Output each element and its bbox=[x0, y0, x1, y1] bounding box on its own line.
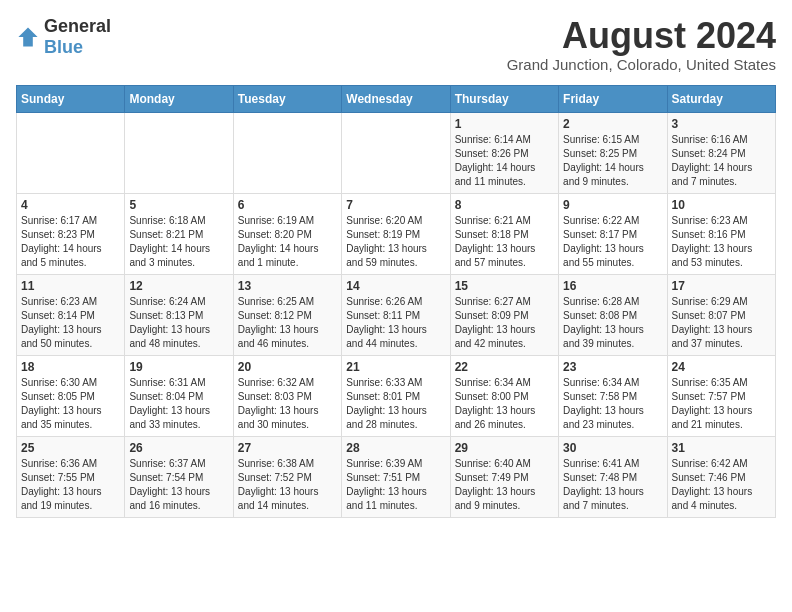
calendar-cell: 14Sunrise: 6:26 AM Sunset: 8:11 PM Dayli… bbox=[342, 274, 450, 355]
day-number: 4 bbox=[21, 198, 120, 212]
day-number: 16 bbox=[563, 279, 662, 293]
calendar-cell: 29Sunrise: 6:40 AM Sunset: 7:49 PM Dayli… bbox=[450, 436, 558, 517]
day-info: Sunrise: 6:29 AM Sunset: 8:07 PM Dayligh… bbox=[672, 295, 771, 351]
day-number: 28 bbox=[346, 441, 445, 455]
day-info: Sunrise: 6:39 AM Sunset: 7:51 PM Dayligh… bbox=[346, 457, 445, 513]
day-info: Sunrise: 6:37 AM Sunset: 7:54 PM Dayligh… bbox=[129, 457, 228, 513]
calendar-cell bbox=[125, 112, 233, 193]
day-number: 2 bbox=[563, 117, 662, 131]
day-number: 23 bbox=[563, 360, 662, 374]
calendar-cell: 3Sunrise: 6:16 AM Sunset: 8:24 PM Daylig… bbox=[667, 112, 775, 193]
day-info: Sunrise: 6:15 AM Sunset: 8:25 PM Dayligh… bbox=[563, 133, 662, 189]
day-info: Sunrise: 6:20 AM Sunset: 8:19 PM Dayligh… bbox=[346, 214, 445, 270]
day-number: 9 bbox=[563, 198, 662, 212]
day-number: 27 bbox=[238, 441, 337, 455]
calendar-cell: 23Sunrise: 6:34 AM Sunset: 7:58 PM Dayli… bbox=[559, 355, 667, 436]
day-info: Sunrise: 6:16 AM Sunset: 8:24 PM Dayligh… bbox=[672, 133, 771, 189]
day-info: Sunrise: 6:17 AM Sunset: 8:23 PM Dayligh… bbox=[21, 214, 120, 270]
logo-general: General bbox=[44, 16, 111, 36]
day-number: 21 bbox=[346, 360, 445, 374]
calendar-cell: 31Sunrise: 6:42 AM Sunset: 7:46 PM Dayli… bbox=[667, 436, 775, 517]
week-row-1: 1Sunrise: 6:14 AM Sunset: 8:26 PM Daylig… bbox=[17, 112, 776, 193]
day-info: Sunrise: 6:40 AM Sunset: 7:49 PM Dayligh… bbox=[455, 457, 554, 513]
calendar-cell: 4Sunrise: 6:17 AM Sunset: 8:23 PM Daylig… bbox=[17, 193, 125, 274]
calendar-cell: 30Sunrise: 6:41 AM Sunset: 7:48 PM Dayli… bbox=[559, 436, 667, 517]
day-number: 15 bbox=[455, 279, 554, 293]
column-header-thursday: Thursday bbox=[450, 85, 558, 112]
calendar-header: SundayMondayTuesdayWednesdayThursdayFrid… bbox=[17, 85, 776, 112]
day-info: Sunrise: 6:31 AM Sunset: 8:04 PM Dayligh… bbox=[129, 376, 228, 432]
day-info: Sunrise: 6:30 AM Sunset: 8:05 PM Dayligh… bbox=[21, 376, 120, 432]
calendar-cell: 9Sunrise: 6:22 AM Sunset: 8:17 PM Daylig… bbox=[559, 193, 667, 274]
day-number: 20 bbox=[238, 360, 337, 374]
calendar-cell: 12Sunrise: 6:24 AM Sunset: 8:13 PM Dayli… bbox=[125, 274, 233, 355]
day-number: 1 bbox=[455, 117, 554, 131]
column-header-sunday: Sunday bbox=[17, 85, 125, 112]
calendar-cell: 15Sunrise: 6:27 AM Sunset: 8:09 PM Dayli… bbox=[450, 274, 558, 355]
day-info: Sunrise: 6:22 AM Sunset: 8:17 PM Dayligh… bbox=[563, 214, 662, 270]
calendar-cell: 25Sunrise: 6:36 AM Sunset: 7:55 PM Dayli… bbox=[17, 436, 125, 517]
day-info: Sunrise: 6:23 AM Sunset: 8:14 PM Dayligh… bbox=[21, 295, 120, 351]
column-header-wednesday: Wednesday bbox=[342, 85, 450, 112]
subtitle: Grand Junction, Colorado, United States bbox=[507, 56, 776, 73]
calendar-cell: 24Sunrise: 6:35 AM Sunset: 7:57 PM Dayli… bbox=[667, 355, 775, 436]
day-info: Sunrise: 6:26 AM Sunset: 8:11 PM Dayligh… bbox=[346, 295, 445, 351]
day-info: Sunrise: 6:27 AM Sunset: 8:09 PM Dayligh… bbox=[455, 295, 554, 351]
column-header-friday: Friday bbox=[559, 85, 667, 112]
header-row: SundayMondayTuesdayWednesdayThursdayFrid… bbox=[17, 85, 776, 112]
calendar-cell: 8Sunrise: 6:21 AM Sunset: 8:18 PM Daylig… bbox=[450, 193, 558, 274]
column-header-monday: Monday bbox=[125, 85, 233, 112]
logo-icon bbox=[16, 25, 40, 49]
day-info: Sunrise: 6:38 AM Sunset: 7:52 PM Dayligh… bbox=[238, 457, 337, 513]
calendar-cell: 27Sunrise: 6:38 AM Sunset: 7:52 PM Dayli… bbox=[233, 436, 341, 517]
day-info: Sunrise: 6:34 AM Sunset: 8:00 PM Dayligh… bbox=[455, 376, 554, 432]
logo-blue: Blue bbox=[44, 37, 83, 57]
week-row-2: 4Sunrise: 6:17 AM Sunset: 8:23 PM Daylig… bbox=[17, 193, 776, 274]
calendar-cell: 1Sunrise: 6:14 AM Sunset: 8:26 PM Daylig… bbox=[450, 112, 558, 193]
calendar-cell: 16Sunrise: 6:28 AM Sunset: 8:08 PM Dayli… bbox=[559, 274, 667, 355]
week-row-5: 25Sunrise: 6:36 AM Sunset: 7:55 PM Dayli… bbox=[17, 436, 776, 517]
day-number: 26 bbox=[129, 441, 228, 455]
day-number: 5 bbox=[129, 198, 228, 212]
calendar-cell: 28Sunrise: 6:39 AM Sunset: 7:51 PM Dayli… bbox=[342, 436, 450, 517]
calendar-cell: 2Sunrise: 6:15 AM Sunset: 8:25 PM Daylig… bbox=[559, 112, 667, 193]
day-number: 7 bbox=[346, 198, 445, 212]
calendar-cell bbox=[342, 112, 450, 193]
day-info: Sunrise: 6:18 AM Sunset: 8:21 PM Dayligh… bbox=[129, 214, 228, 270]
calendar-cell: 26Sunrise: 6:37 AM Sunset: 7:54 PM Dayli… bbox=[125, 436, 233, 517]
day-info: Sunrise: 6:25 AM Sunset: 8:12 PM Dayligh… bbox=[238, 295, 337, 351]
day-number: 12 bbox=[129, 279, 228, 293]
calendar-cell: 20Sunrise: 6:32 AM Sunset: 8:03 PM Dayli… bbox=[233, 355, 341, 436]
day-number: 10 bbox=[672, 198, 771, 212]
calendar-cell: 11Sunrise: 6:23 AM Sunset: 8:14 PM Dayli… bbox=[17, 274, 125, 355]
day-info: Sunrise: 6:14 AM Sunset: 8:26 PM Dayligh… bbox=[455, 133, 554, 189]
day-info: Sunrise: 6:42 AM Sunset: 7:46 PM Dayligh… bbox=[672, 457, 771, 513]
day-number: 13 bbox=[238, 279, 337, 293]
day-number: 30 bbox=[563, 441, 662, 455]
day-number: 22 bbox=[455, 360, 554, 374]
week-row-3: 11Sunrise: 6:23 AM Sunset: 8:14 PM Dayli… bbox=[17, 274, 776, 355]
calendar-cell: 13Sunrise: 6:25 AM Sunset: 8:12 PM Dayli… bbox=[233, 274, 341, 355]
day-info: Sunrise: 6:36 AM Sunset: 7:55 PM Dayligh… bbox=[21, 457, 120, 513]
logo: General Blue bbox=[16, 16, 111, 58]
day-number: 24 bbox=[672, 360, 771, 374]
day-number: 31 bbox=[672, 441, 771, 455]
day-info: Sunrise: 6:21 AM Sunset: 8:18 PM Dayligh… bbox=[455, 214, 554, 270]
day-info: Sunrise: 6:41 AM Sunset: 7:48 PM Dayligh… bbox=[563, 457, 662, 513]
day-info: Sunrise: 6:33 AM Sunset: 8:01 PM Dayligh… bbox=[346, 376, 445, 432]
calendar-cell bbox=[233, 112, 341, 193]
calendar-body: 1Sunrise: 6:14 AM Sunset: 8:26 PM Daylig… bbox=[17, 112, 776, 517]
main-title: August 2024 bbox=[507, 16, 776, 56]
calendar-cell: 5Sunrise: 6:18 AM Sunset: 8:21 PM Daylig… bbox=[125, 193, 233, 274]
day-info: Sunrise: 6:23 AM Sunset: 8:16 PM Dayligh… bbox=[672, 214, 771, 270]
day-info: Sunrise: 6:24 AM Sunset: 8:13 PM Dayligh… bbox=[129, 295, 228, 351]
day-number: 14 bbox=[346, 279, 445, 293]
calendar-cell: 21Sunrise: 6:33 AM Sunset: 8:01 PM Dayli… bbox=[342, 355, 450, 436]
day-number: 25 bbox=[21, 441, 120, 455]
day-number: 18 bbox=[21, 360, 120, 374]
day-number: 8 bbox=[455, 198, 554, 212]
day-info: Sunrise: 6:28 AM Sunset: 8:08 PM Dayligh… bbox=[563, 295, 662, 351]
calendar-cell: 22Sunrise: 6:34 AM Sunset: 8:00 PM Dayli… bbox=[450, 355, 558, 436]
column-header-saturday: Saturday bbox=[667, 85, 775, 112]
day-number: 19 bbox=[129, 360, 228, 374]
